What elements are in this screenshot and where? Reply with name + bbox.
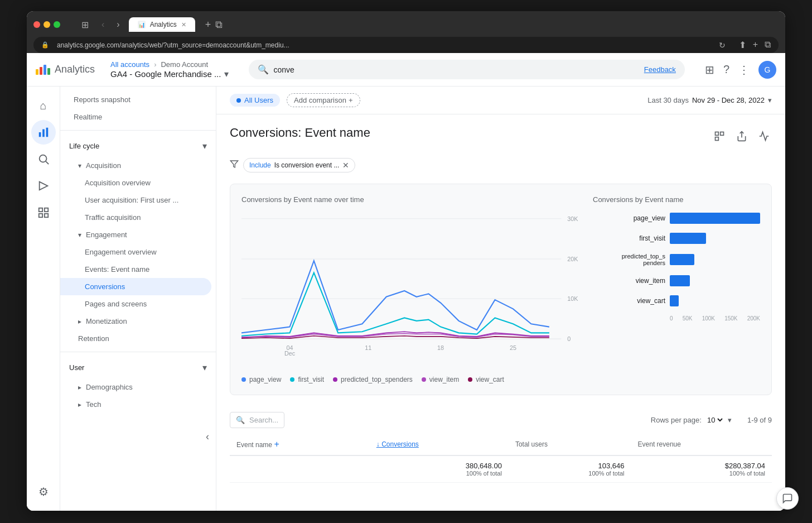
legend-dot-predicted bbox=[333, 377, 337, 382]
close-button[interactable] bbox=[33, 21, 40, 28]
extensions-button[interactable]: ⧉ bbox=[215, 19, 223, 31]
bar-label-first-visit: first_visit bbox=[593, 234, 665, 242]
col-total-users[interactable]: Total users bbox=[509, 434, 631, 455]
sidebar-item-acquisition[interactable]: ▾ Acquisition bbox=[60, 157, 211, 174]
sidebar-item-pages-screens[interactable]: Pages and screens bbox=[60, 295, 211, 313]
share-button[interactable]: ⬆ bbox=[739, 40, 746, 50]
property-selector[interactable]: GA4 - Google Merchandise ... ▾ bbox=[110, 69, 229, 79]
acquisition-overview-label: Acquisition overview bbox=[85, 179, 151, 187]
col-event-name[interactable]: Event name + bbox=[230, 434, 370, 455]
table-search-placeholder[interactable]: Search... bbox=[249, 416, 278, 424]
filter-chip[interactable]: Include Is conversion event ... ✕ bbox=[243, 158, 355, 172]
sidebar-item-monetization[interactable]: ▸ Monetization bbox=[60, 313, 211, 330]
monetization-expand-icon: ▸ bbox=[78, 318, 81, 325]
maximize-button[interactable] bbox=[54, 21, 60, 28]
sidebar-item-explore[interactable] bbox=[31, 147, 56, 171]
sidebar-item-configure[interactable] bbox=[31, 200, 56, 225]
sidebar-item-reports-snapshot[interactable]: Reports snapshot bbox=[60, 91, 211, 108]
search-bar[interactable]: 🔍 Feedback bbox=[249, 60, 684, 79]
feedback-link[interactable]: Feedback bbox=[644, 65, 676, 74]
svg-text:11: 11 bbox=[365, 344, 371, 351]
share-button[interactable] bbox=[734, 128, 750, 147]
table-section: 🔍 Search... Rows per page: 10 25 50 bbox=[230, 406, 772, 483]
more-options-icon[interactable]: ⋮ bbox=[738, 63, 750, 76]
sidebar-item-home[interactable]: ⌂ bbox=[31, 93, 56, 118]
legend-predicted: predicted_top_spenders bbox=[333, 376, 413, 383]
sidebar-item-retention[interactable]: Retention bbox=[60, 330, 211, 347]
segment-pill[interactable]: All Users bbox=[230, 94, 280, 107]
sidebar-item-user-acquisition[interactable]: User acquisition: First user ... bbox=[60, 191, 211, 209]
col-conversions[interactable]: ↓ Conversions bbox=[370, 434, 509, 455]
acquisition-label: Acquisition bbox=[86, 161, 121, 170]
copy-button[interactable]: ⧉ bbox=[765, 40, 771, 50]
col-event-revenue[interactable]: Event revenue bbox=[631, 434, 772, 455]
new-tab-button[interactable]: + bbox=[205, 19, 211, 31]
bar-fill-view-cart bbox=[670, 295, 679, 306]
user-section-header[interactable]: User ▾ bbox=[60, 357, 216, 378]
sidebar-item-advertising[interactable] bbox=[31, 174, 56, 198]
collapse-sidebar-button[interactable]: ‹ bbox=[206, 431, 209, 443]
customize-report-button[interactable] bbox=[712, 128, 727, 147]
sidebar-item-conversions[interactable]: Conversions bbox=[60, 278, 211, 295]
events-label: Events: Event name bbox=[85, 265, 149, 274]
svg-rect-8 bbox=[44, 214, 47, 217]
add-column-button[interactable]: + bbox=[274, 439, 279, 449]
sidebar-item-realtime[interactable]: Realtime bbox=[60, 108, 211, 126]
table-toolbar: 🔍 Search... Rows per page: 10 25 50 bbox=[230, 406, 772, 434]
svg-point-3 bbox=[39, 155, 46, 162]
avatar[interactable]: G bbox=[758, 61, 776, 79]
add-tab-button[interactable]: + bbox=[753, 40, 758, 50]
sidebar-item-engagement-overview[interactable]: Engagement overview bbox=[60, 243, 211, 261]
apps-grid-icon[interactable]: ⊞ bbox=[705, 63, 714, 76]
search-input[interactable] bbox=[273, 65, 635, 74]
add-comparison-button[interactable]: Add comparison + bbox=[287, 93, 360, 107]
monetization-label: Monetization bbox=[86, 317, 127, 325]
breadcrumb: All accounts › Demo Account bbox=[110, 60, 229, 69]
sidebar-item-reports[interactable] bbox=[31, 120, 56, 145]
total-users: 103,646 100% of total bbox=[509, 455, 631, 483]
address-bar[interactable]: analytics.google.com/analytics/web/?utm_… bbox=[57, 41, 711, 49]
data-table: Event name + ↓ Conversions Total users E… bbox=[230, 434, 772, 483]
sidebar-item-tech[interactable]: ▸ Tech bbox=[60, 396, 211, 413]
forward-button[interactable]: › bbox=[113, 17, 123, 32]
rows-per-page-label: Rows per page: bbox=[651, 416, 702, 424]
insights-button[interactable] bbox=[756, 128, 772, 147]
date-range-value: Nov 29 - Dec 28, 2022 bbox=[692, 96, 765, 104]
bar-row-view-item: view_item bbox=[593, 275, 760, 286]
sidebar-toggle-button[interactable]: ⊞ bbox=[77, 17, 93, 32]
account-name: Demo Account bbox=[161, 60, 208, 69]
lifecycle-section-header[interactable]: Life cycle ▾ bbox=[60, 135, 216, 157]
engagement-expand-icon: ▾ bbox=[78, 231, 81, 239]
browser-tab[interactable]: 📊 Analytics ✕ bbox=[129, 17, 195, 32]
bar-track-predicted bbox=[670, 254, 760, 265]
property-name: GA4 - Google Merchandise ... bbox=[110, 69, 221, 79]
minimize-button[interactable] bbox=[44, 21, 50, 28]
tech-label: Tech bbox=[86, 400, 101, 409]
all-accounts-link[interactable]: All accounts bbox=[110, 60, 149, 69]
help-icon[interactable]: ? bbox=[723, 63, 729, 76]
date-range[interactable]: Last 30 days Nov 29 - Dec 28, 2022 ▾ bbox=[647, 96, 772, 104]
back-button[interactable]: ‹ bbox=[98, 17, 108, 32]
header-actions: ⊞ ? ⋮ G bbox=[705, 61, 776, 79]
bar-chart-axis: 0 50K 100K 150K 200K bbox=[593, 315, 760, 322]
acquisition-expand-icon: ▾ bbox=[78, 162, 81, 170]
search-icon: 🔍 bbox=[258, 64, 269, 75]
reload-button[interactable]: ↻ bbox=[719, 41, 726, 50]
sidebar-item-events[interactable]: Events: Event name bbox=[60, 261, 211, 278]
app-header: Analytics All accounts › Demo Account GA… bbox=[27, 53, 785, 87]
svg-text:Dec: Dec bbox=[284, 350, 296, 357]
filter-close-button[interactable]: ✕ bbox=[342, 161, 349, 170]
settings-icon[interactable]: ⚙ bbox=[31, 479, 56, 504]
sidebar-item-traffic-acquisition[interactable]: Traffic acquisition bbox=[60, 209, 211, 226]
rows-per-page-select[interactable]: 10 25 50 bbox=[705, 415, 724, 425]
sidebar-item-acquisition-overview[interactable]: Acquisition overview bbox=[60, 174, 211, 191]
sidebar-item-engagement[interactable]: ▾ Engagement bbox=[60, 226, 211, 243]
legend-dot-view-cart bbox=[468, 377, 472, 382]
sidebar-item-demographics[interactable]: ▸ Demographics bbox=[60, 378, 211, 396]
total-label bbox=[230, 455, 370, 483]
bar-chart-title: Conversions by Event name bbox=[593, 195, 760, 204]
table-search[interactable]: 🔍 Search... bbox=[230, 412, 284, 428]
chat-button[interactable] bbox=[776, 487, 799, 510]
bar-track-view-cart bbox=[670, 295, 760, 306]
tab-close-button[interactable]: ✕ bbox=[181, 21, 186, 28]
